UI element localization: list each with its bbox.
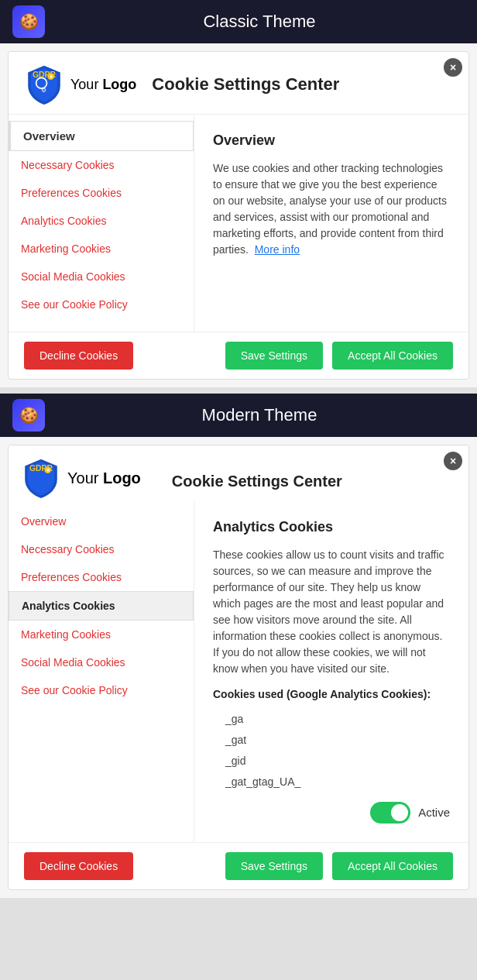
modern-modal-footer: Decline Cookies Save Settings Accept All… [9,842,468,889]
classic-more-info-link[interactable]: More info [255,243,300,256]
modern-decline-button[interactable]: Decline Cookies [24,852,133,880]
modern-nav-item-necessary[interactable]: Necessary Cookies [9,535,194,563]
modern-toggle-knob [391,804,408,821]
classic-close-button[interactable]: × [444,58,462,77]
classic-modal-title: Cookie Settings Center [152,74,339,95]
modern-logo-area: GDPR ★ Your Logo [21,458,141,498]
classic-nav-item-social[interactable]: Social Media Cookies [9,263,194,291]
classic-decline-button[interactable]: Decline Cookies [24,342,133,370]
modern-toggle-switch[interactable] [370,802,410,824]
modern-toggle-row: Active [213,793,450,827]
classic-nav-item-necessary[interactable]: Necessary Cookies [9,151,194,179]
classic-cookie-nav: Overview Necessary Cookies Preferences C… [9,115,194,332]
modern-content-title: Analytics Cookies [213,517,450,538]
modern-close-button[interactable]: × [444,452,462,470]
modern-modal-title: Cookie Settings Center [172,473,342,490]
modern-cookie-item-3: _gat_gtag_UA_ [213,772,450,793]
classic-nav-item-analytics[interactable]: Analytics Cookies [9,207,194,235]
modern-theme-title: Modern Theme [54,405,465,425]
classic-logo-shield: GDPR ⚙ ★ [24,64,64,105]
classic-theme-title: Classic Theme [54,12,465,32]
modern-theme-header: 🍪 Modern Theme [0,394,477,437]
svg-text:⚙: ⚙ [42,87,47,94]
classic-nav-item-marketing[interactable]: Marketing Cookies [9,235,194,263]
modern-content-text: These cookies allow us to count visits a… [213,547,450,677]
modern-modal-body: Overview Necessary Cookies Preferences C… [9,501,468,842]
modern-modal-header: GDPR ★ Your Logo Cookie Settings Center [9,445,468,501]
classic-theme-section: 🍪 Classic Theme × GDPR ⚙ ★ [0,0,477,387]
classic-modal-header: GDPR ⚙ ★ Your Logo Cookie Settings Cente… [9,52,468,115]
modern-accept-button[interactable]: Accept All Cookies [332,852,453,880]
modern-save-button[interactable]: Save Settings [225,852,323,880]
modern-cookie-modal: × GDPR ★ Your Logo Cookie Settings Cente [8,445,469,890]
modern-nav-item-social[interactable]: Social Media Cookies [9,648,194,676]
modern-cookie-icon: 🍪 [19,406,39,425]
classic-nav-item-overview[interactable]: Overview [9,121,194,151]
modern-nav-item-analytics[interactable]: Analytics Cookies [9,591,194,621]
modern-logo-shield: GDPR ★ [21,458,61,498]
classic-save-button[interactable]: Save Settings [225,342,323,370]
classic-logo-text: Your Logo [70,77,136,93]
classic-modal-body: Overview Necessary Cookies Preferences C… [9,115,468,332]
classic-nav-item-policy[interactable]: See our Cookie Policy [9,291,194,318]
classic-nav-item-preferences[interactable]: Preferences Cookies [9,179,194,207]
cookie-icon: 🍪 [19,12,39,31]
modern-nav-item-overview[interactable]: Overview [9,507,194,535]
classic-cookie-modal: × GDPR ⚙ ★ Your Logo [8,51,469,380]
modern-toggle-label: Active [418,804,450,822]
modern-panel-wrapper: × GDPR ★ Your Logo Cookie Settings Cente [0,437,477,898]
classic-accept-button[interactable]: Accept All Cookies [332,342,453,370]
classic-content-text: We use cookies and other tracking techno… [213,160,450,258]
svg-text:★: ★ [49,74,53,79]
modern-cookie-nav: Overview Necessary Cookies Preferences C… [9,501,194,842]
section-separator [0,387,477,394]
modern-cookies-used-title: Cookies used (Google Analytics Cookies): [213,686,450,703]
classic-theme-header: 🍪 Classic Theme [0,0,477,43]
svg-text:★: ★ [46,467,50,473]
classic-logo-area: GDPR ⚙ ★ Your Logo [24,64,136,105]
modern-nav-item-policy[interactable]: See our Cookie Policy [9,676,194,704]
modern-content-area: Analytics Cookies These cookies allow us… [194,501,468,842]
classic-header-icon: 🍪 [12,5,45,38]
modern-cookie-item-2: _gid [213,751,450,772]
classic-panel-wrapper: × GDPR ⚙ ★ Your Logo [0,43,477,387]
modern-nav-item-marketing[interactable]: Marketing Cookies [9,621,194,648]
modern-nav-item-preferences[interactable]: Preferences Cookies [9,563,194,591]
classic-content-area: Overview We use cookies and other tracki… [194,115,468,332]
modern-cookie-item-1: _gat [213,730,450,751]
classic-modal-footer: Decline Cookies Save Settings Accept All… [9,332,468,379]
modern-header-icon: 🍪 [12,399,45,432]
modern-cookie-item-0: _ga [213,709,450,730]
classic-content-title: Overview [213,130,450,151]
modern-theme-section: 🍪 Modern Theme × GDPR ★ Your Logo [0,394,477,898]
modern-logo-text: Your Logo [67,469,141,487]
